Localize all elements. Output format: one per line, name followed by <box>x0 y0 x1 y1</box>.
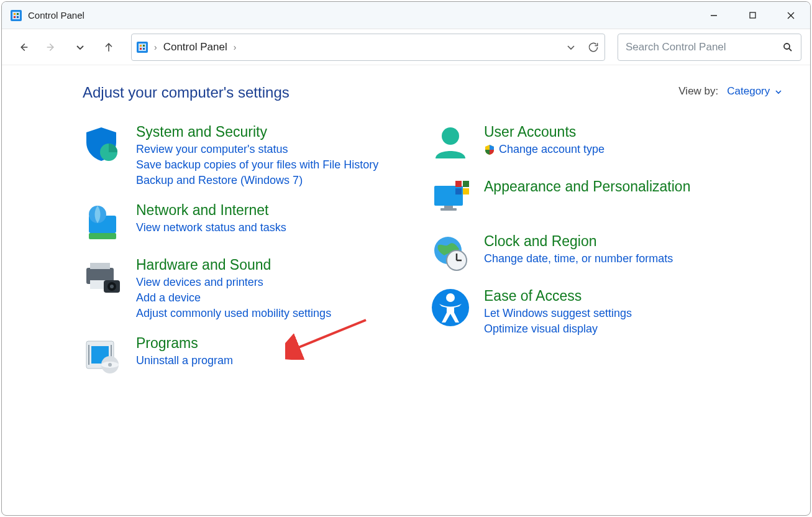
category-sublink[interactable]: Backup and Restore (Windows 7) <box>136 174 378 187</box>
address-bar[interactable]: › Control Panel › <box>131 34 605 61</box>
category-sublink[interactable]: View network status and tasks <box>136 221 286 234</box>
category-sublink[interactable]: Uninstall a program <box>136 354 233 367</box>
search-input[interactable] <box>626 41 762 53</box>
close-button[interactable] <box>772 2 810 29</box>
content-area: Adjust your computer's settings View by:… <box>2 65 810 515</box>
category-sublink[interactable]: Add a device <box>136 291 331 304</box>
control-panel-window: Control Panel <box>1 1 811 516</box>
control-panel-app-icon <box>11 10 22 21</box>
category-sublink[interactable]: Save backup copies of your files with Fi… <box>136 158 378 172</box>
category-title-link[interactable]: Ease of Access <box>484 288 632 304</box>
category-appearance-and-personalization: Appearance and Personalization <box>431 178 754 218</box>
window-title: Control Panel <box>28 10 84 21</box>
search-icon[interactable] <box>782 42 793 53</box>
uac-shield-icon <box>484 144 495 155</box>
breadcrumb[interactable]: Control Panel <box>163 41 227 53</box>
printer-camera-icon <box>83 257 122 296</box>
svg-rect-2 <box>14 13 16 15</box>
category-ease-of-access: Ease of Access Let Windows suggest setti… <box>431 288 754 336</box>
up-button[interactable] <box>96 35 121 60</box>
maximize-button[interactable] <box>733 2 772 29</box>
category-title-link[interactable]: Programs <box>136 335 233 352</box>
address-app-icon <box>137 42 148 53</box>
category-title-link[interactable]: Clock and Region <box>484 233 673 250</box>
category-programs: Programs Uninstall a program <box>83 335 406 375</box>
svg-rect-1 <box>12 12 20 19</box>
chevron-right-icon: › <box>234 42 237 52</box>
view-by-label: View by: <box>678 85 718 98</box>
category-sublink[interactable]: Let Windows suggest settings <box>484 307 632 320</box>
category-title-link[interactable]: System and Security <box>136 124 378 140</box>
svg-rect-18 <box>143 48 145 50</box>
svg-point-30 <box>110 285 114 288</box>
svg-rect-15 <box>140 45 142 47</box>
right-column: User Accounts Change account type <box>431 124 754 375</box>
globe-clock-icon <box>431 233 470 273</box>
category-sublink[interactable]: Review your computer's status <box>136 143 378 156</box>
svg-rect-16 <box>143 45 145 47</box>
back-button[interactable] <box>11 35 35 60</box>
accessibility-icon <box>431 288 470 327</box>
forward-button[interactable] <box>39 35 64 60</box>
category-sublink[interactable]: View devices and printers <box>136 276 331 289</box>
category-network-and-internet: Network and Internet View network status… <box>83 202 406 242</box>
category-sublink[interactable]: Change account type <box>484 143 604 156</box>
svg-rect-24 <box>89 233 116 239</box>
svg-rect-45 <box>463 188 469 194</box>
search-box[interactable] <box>618 34 801 61</box>
category-title-link[interactable]: Appearance and Personalization <box>484 178 690 195</box>
category-sublink[interactable]: Adjust commonly used mobility settings <box>136 307 331 320</box>
svg-point-51 <box>446 293 455 302</box>
svg-rect-41 <box>440 208 457 211</box>
svg-rect-26 <box>90 263 110 269</box>
category-title-link[interactable]: Network and Internet <box>136 202 286 219</box>
titlebar: Control Panel <box>2 2 810 29</box>
category-title-link[interactable]: User Accounts <box>484 124 604 140</box>
category-user-accounts: User Accounts Change account type <box>431 124 754 163</box>
view-by-control: View by: Category <box>678 85 782 98</box>
minimize-button[interactable] <box>695 2 733 29</box>
shield-icon <box>83 124 122 163</box>
category-hardware-and-sound: Hardware and Sound View devices and prin… <box>83 257 406 320</box>
recent-locations-button[interactable] <box>68 35 93 60</box>
left-column: System and Security Review your computer… <box>83 124 406 375</box>
network-icon <box>83 202 122 242</box>
category-sublink[interactable]: Optimize visual display <box>484 323 632 336</box>
window-controls <box>695 2 810 29</box>
svg-rect-14 <box>139 43 146 51</box>
svg-point-38 <box>442 127 459 145</box>
user-icon <box>431 124 470 163</box>
category-clock-and-region: Clock and Region Change date, time, or n… <box>431 233 754 273</box>
monitor-apps-icon <box>431 178 470 218</box>
category-columns: System and Security Review your computer… <box>83 124 785 375</box>
chevron-right-icon: › <box>154 42 157 52</box>
svg-rect-3 <box>17 13 19 15</box>
svg-rect-43 <box>463 181 469 187</box>
svg-rect-5 <box>17 16 19 18</box>
svg-rect-44 <box>455 188 462 194</box>
refresh-button[interactable] <box>587 41 600 53</box>
category-system-and-security: System and Security Review your computer… <box>83 124 406 187</box>
svg-rect-7 <box>750 12 755 18</box>
programs-icon <box>83 335 122 375</box>
svg-rect-42 <box>455 181 462 187</box>
svg-point-37 <box>108 363 112 367</box>
category-title-link[interactable]: Hardware and Sound <box>136 257 331 273</box>
address-history-dropdown[interactable] <box>566 42 576 52</box>
navbar: › Control Panel › <box>2 29 810 65</box>
svg-point-19 <box>784 43 790 49</box>
svg-line-20 <box>789 48 791 50</box>
category-sublink[interactable]: Change date, time, or number formats <box>484 252 673 265</box>
svg-rect-17 <box>140 48 142 50</box>
svg-rect-40 <box>444 206 453 208</box>
svg-rect-4 <box>14 16 16 18</box>
view-by-dropdown[interactable]: Category <box>727 85 782 98</box>
